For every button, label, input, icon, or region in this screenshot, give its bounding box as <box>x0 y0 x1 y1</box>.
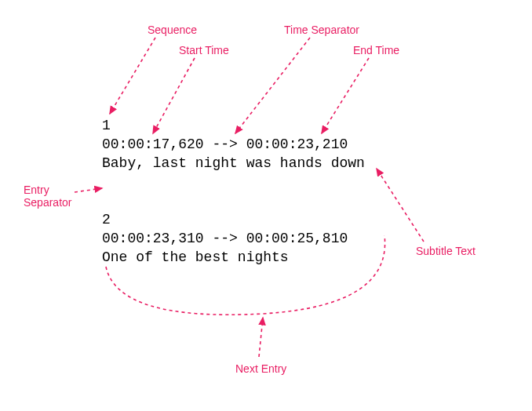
arrow-end-time <box>322 58 369 133</box>
arrow-start-time <box>153 58 195 133</box>
arrow-time-separator <box>235 38 310 133</box>
entry2-end-time: 00:00:25,810 <box>246 231 348 246</box>
entry1-start-time: 00:00:17,620 <box>102 136 204 152</box>
curve-next-entry <box>106 235 385 315</box>
annotation-arrows <box>0 0 532 411</box>
entry2-text: One of the best nights <box>102 249 289 265</box>
label-time-separator: Time Separator <box>284 24 359 36</box>
label-next-entry: Next Entry <box>235 362 286 375</box>
arrow-next-entry <box>259 318 263 357</box>
entry1-sequence: 1 <box>102 118 111 133</box>
label-subtitle-text: Subtitle Text <box>416 245 476 257</box>
label-sequence: Sequence <box>148 24 197 36</box>
entry1-separator: --> <box>212 136 237 152</box>
entry1-end-time: 00:00:23,210 <box>246 136 348 152</box>
label-start-time: Start Time <box>179 44 229 56</box>
entry2-sequence: 2 <box>102 212 111 227</box>
label-end-time: End Time <box>353 44 399 56</box>
arrow-subtitle-text <box>377 169 424 242</box>
arrow-sequence <box>110 38 155 114</box>
entry2-separator: --> <box>212 231 237 246</box>
arrow-entry-separator <box>75 188 102 192</box>
entry1-text: Baby, last night was hands down <box>102 155 365 171</box>
label-entry-separator: Entry Separator <box>24 184 71 209</box>
entry2-start-time: 00:00:23,310 <box>102 231 204 246</box>
